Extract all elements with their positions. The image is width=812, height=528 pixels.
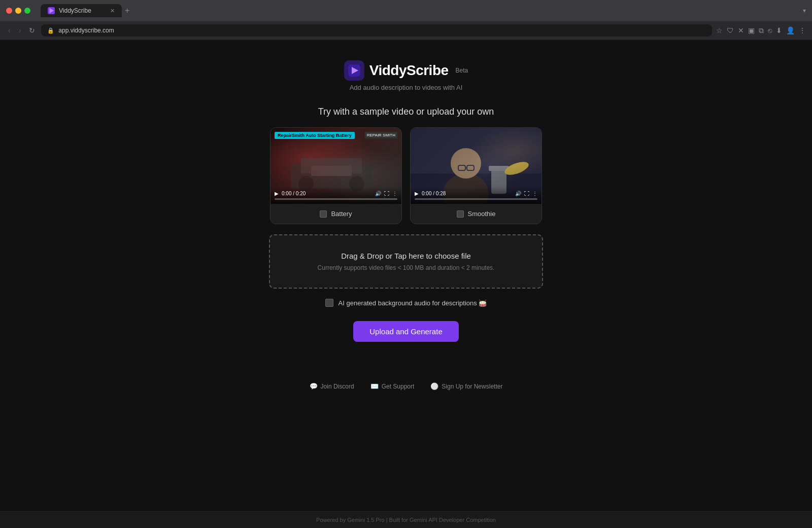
pip-icon[interactable]: ⧉ [759, 26, 764, 35]
support-link[interactable]: ✉️ Get Support [370, 382, 415, 390]
logo-icon [344, 60, 364, 81]
email-icon: ✉️ [370, 382, 379, 390]
forward-button[interactable]: › [17, 24, 23, 37]
tab-favicon [48, 7, 55, 14]
bookmark-icon[interactable]: ☆ [716, 26, 723, 34]
extension-icon[interactable]: ✕ [738, 26, 744, 34]
video-controls-battery: ▶ 0:00 / 0:20 🔊 ⛶ ⋮ [270, 187, 401, 204]
browser-tabs: ViddyScribe ✕ + [41, 4, 799, 17]
reload-button[interactable]: ↻ [27, 24, 37, 37]
video-name-smoothie: Smoothie [468, 210, 496, 218]
address-bar[interactable]: 🔒 app.viddyscribe.com [41, 24, 712, 37]
discord-icon: 💬 [310, 382, 318, 390]
back-button[interactable]: ‹ [6, 24, 13, 37]
ai-option-row: AI generated background audio for descri… [325, 299, 487, 307]
video-controls-smoothie: ▶ 0:00 / 0:28 🔊 ⛶ ⋮ [411, 187, 542, 204]
download-icon[interactable]: ⬇ [776, 26, 782, 34]
footer-links: 💬 Join Discord ✉️ Get Support ⚪ Sign Up … [310, 372, 503, 396]
ai-audio-label: AI generated background audio for descri… [339, 299, 487, 307]
progress-bar-battery[interactable] [275, 198, 397, 200]
browser-navbar: ‹ › ↻ 🔒 app.viddyscribe.com ☆ 🛡 ✕ ▣ ⧉ ⎋ … [0, 21, 812, 40]
fullscreen-btn-battery[interactable]: ⛶ [384, 191, 389, 196]
discord-label: Join Discord [321, 383, 354, 390]
fullscreen-btn-smoothie[interactable]: ⛶ [524, 191, 529, 196]
progress-bar-smoothie[interactable] [415, 198, 537, 200]
file-drop-zone[interactable]: Drag & Drop or Tap here to choose file C… [269, 234, 543, 289]
menu-icon[interactable]: ⋮ [799, 26, 806, 34]
page-content: ViddyScribe Beta Add audio description t… [0, 40, 812, 511]
profile-icon[interactable]: 👤 [786, 26, 795, 34]
svg-marker-0 [50, 8, 54, 14]
close-button[interactable] [6, 8, 12, 14]
checkbox-battery[interactable] [320, 210, 327, 218]
support-label: Get Support [382, 383, 415, 390]
video-card-smoothie: ▶ 0:00 / 0:28 🔊 ⛶ ⋮ Smoothie [410, 127, 542, 224]
footer-bottom-text: Powered by Gemini 1.5 Pro | Built for Ge… [316, 517, 496, 523]
time-battery: 0:00 / 0:20 [282, 191, 306, 196]
logo-row: ViddyScribe Beta [344, 60, 468, 81]
tab-title-text: ViddyScribe [59, 7, 91, 14]
address-text: app.viddyscribe.com [58, 27, 114, 34]
video-thumbnail-battery: RepairSmith Auto Starting Battery REPAIR… [270, 128, 401, 204]
upload-generate-button[interactable]: Upload and Generate [353, 321, 458, 342]
ai-audio-checkbox[interactable] [325, 299, 333, 307]
time-smoothie: 0:00 / 0:28 [422, 191, 446, 196]
browser-chrome: ViddyScribe ✕ + ▾ ‹ › ↻ 🔒 app.viddyscrib… [0, 0, 812, 40]
battery-badge: RepairSmith Auto Starting Battery [275, 132, 355, 139]
video-label-smoothie: Smoothie [411, 204, 542, 224]
maximize-button[interactable] [24, 8, 30, 14]
new-tab-btn[interactable]: + [125, 6, 129, 15]
section-title: Try with a sample video or upload your o… [318, 107, 494, 117]
drop-zone-subtitle: Currently supports video files < 100 MB … [280, 264, 532, 271]
svg-rect-7 [311, 166, 352, 176]
active-tab[interactable]: ViddyScribe ✕ [41, 4, 122, 17]
volume-btn-battery[interactable]: 🔊 [375, 191, 381, 196]
logo-title: ViddyScribe [369, 62, 449, 79]
window-collapse-btn[interactable]: ▾ [803, 7, 806, 14]
shield-icon[interactable]: 🛡 [727, 26, 734, 34]
checkbox-smoothie[interactable] [457, 210, 464, 218]
video-label-battery: Battery [270, 204, 401, 224]
more-btn-battery[interactable]: ⋮ [392, 191, 397, 196]
video-thumbnail-smoothie: ▶ 0:00 / 0:28 🔊 ⛶ ⋮ [411, 128, 542, 204]
play-button-smoothie[interactable]: ▶ [415, 191, 419, 196]
newsletter-icon: ⚪ [430, 382, 438, 390]
drop-zone-title: Drag & Drop or Tap here to choose file [280, 252, 532, 260]
traffic-lights [6, 8, 30, 14]
repair-smith-badge: REPAIR SMITH [365, 132, 397, 138]
minimize-button[interactable] [15, 8, 21, 14]
video-grid: RepairSmith Auto Starting Battery REPAIR… [270, 127, 542, 224]
more-btn-smoothie[interactable]: ⋮ [532, 191, 537, 196]
discord-link[interactable]: 💬 Join Discord [310, 382, 354, 390]
newsletter-label: Sign Up for Newsletter [442, 383, 502, 390]
video-card-battery: RepairSmith Auto Starting Battery REPAIR… [270, 127, 402, 224]
video-name-battery: Battery [331, 210, 352, 218]
volume-btn-smoothie[interactable]: 🔊 [515, 191, 521, 196]
browser-titlebar: ViddyScribe ✕ + ▾ [0, 0, 812, 21]
play-button-battery[interactable]: ▶ [275, 191, 279, 196]
lock-icon: 🔒 [47, 27, 54, 34]
share-icon[interactable]: ⎋ [768, 26, 772, 34]
nav-actions: ☆ 🛡 ✕ ▣ ⧉ ⎋ ⬇ 👤 ⋮ [716, 26, 806, 35]
newsletter-link[interactable]: ⚪ Sign Up for Newsletter [430, 382, 502, 390]
logo-subtitle: Add audio description to videos with AI [350, 84, 463, 91]
logo-area: ViddyScribe Beta Add audio description t… [344, 60, 468, 91]
svg-point-11 [451, 148, 481, 179]
beta-badge: Beta [456, 67, 468, 74]
reader-mode-icon[interactable]: ▣ [748, 26, 755, 34]
footer-bottom: Powered by Gemini 1.5 Pro | Built for Ge… [0, 511, 812, 528]
tab-close-btn[interactable]: ✕ [110, 8, 115, 14]
